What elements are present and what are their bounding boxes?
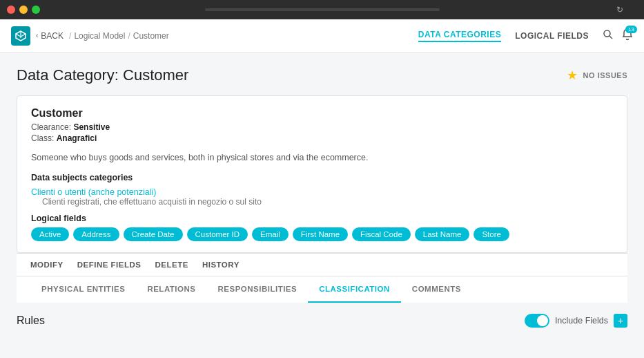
action-delete[interactable]: DELETE	[155, 261, 188, 269]
action-define-fields[interactable]: DEFINE FIELDS	[77, 261, 142, 269]
data-subject-link[interactable]: Clienti o utenti (anche potenziali)	[31, 187, 156, 197]
entity-card: Customer Clearance: Sensitive Class: Ana…	[17, 95, 627, 253]
page-title: Data Category: Customer	[17, 66, 188, 84]
clearance-value: Sensitive	[73, 122, 110, 132]
logical-field-tag[interactable]: Address	[73, 227, 119, 241]
entity-name: Customer	[31, 107, 613, 120]
action-bar: MODIFYDEFINE FIELDSDELETEHISTORY	[17, 253, 627, 276]
svg-point-0	[604, 30, 610, 37]
action-history[interactable]: HISTORY	[202, 261, 240, 269]
notification-icon[interactable]: 13	[622, 28, 633, 44]
clearance-row: Clearance: Sensitive	[31, 122, 613, 132]
breadcrumb-customer: Customer	[133, 31, 169, 41]
add-button[interactable]: +	[614, 314, 627, 328]
app-logo	[11, 26, 30, 46]
back-button[interactable]: ‹ BACK	[36, 31, 64, 41]
include-fields-row: Include Fields +	[525, 314, 627, 328]
favorite-star-icon[interactable]: ★	[567, 68, 578, 83]
navbar: ‹ BACK / Logical Model / Customer DATA C…	[0, 19, 644, 53]
class-row: Class: Anagrafici	[31, 133, 613, 143]
navbar-left: ‹ BACK / Logical Model / Customer	[11, 26, 169, 46]
close-btn[interactable]	[7, 6, 15, 14]
tab-relations[interactable]: RELATIONS	[136, 276, 206, 303]
minimize-btn[interactable]	[19, 6, 28, 14]
tags-row: ActiveAddressCreate DateCustomer IDEmail…	[31, 227, 613, 241]
nav-data-categories[interactable]: DATA CATEGORIES	[418, 30, 501, 42]
page-header-right: ★ NO ISSUES	[567, 68, 627, 83]
logical-field-tag[interactable]: Last Name	[415, 227, 470, 241]
logical-fields-section: Logical fields ActiveAddressCreate DateC…	[31, 214, 613, 241]
nav-icons: 13	[603, 28, 633, 44]
logical-field-tag[interactable]: Active	[31, 227, 69, 241]
breadcrumb-logical-model[interactable]: Logical Model	[74, 31, 125, 41]
logical-field-tag[interactable]: Create Date	[124, 227, 183, 241]
tab-classification[interactable]: CLASSIFICATION	[308, 276, 401, 303]
logical-field-tag[interactable]: Fiscal Code	[352, 227, 411, 241]
no-issues-badge: NO ISSUES	[583, 71, 627, 79]
action-modify[interactable]: MODIFY	[30, 261, 64, 269]
chevron-left-icon: ‹	[36, 32, 38, 39]
main-content: Data Category: Customer ★ NO ISSUES Cust…	[0, 53, 644, 339]
data-subject-desc: Clienti registrati, che effettuano acqui…	[42, 197, 613, 207]
search-icon[interactable]	[603, 29, 614, 43]
toggle-knob	[537, 315, 548, 326]
titlebar: ↻	[0, 0, 644, 19]
content-wrapper: Data Category: Customer ★ NO ISSUES Cust…	[0, 53, 644, 303]
refresh-icon[interactable]: ↻	[616, 5, 623, 15]
notification-count: 13	[625, 26, 637, 33]
class-value: Anagrafici	[57, 133, 97, 143]
logical-field-tag[interactable]: Customer ID	[187, 227, 248, 241]
logical-field-tag[interactable]: Email	[252, 227, 289, 241]
page-header: Data Category: Customer ★ NO ISSUES	[17, 66, 627, 84]
include-fields-label: Include Fields	[555, 316, 608, 326]
maximize-btn[interactable]	[32, 6, 40, 14]
include-fields-toggle[interactable]	[525, 314, 549, 328]
svg-line-1	[609, 36, 612, 39]
clearance-label: Clearance:	[31, 122, 71, 132]
url-bar[interactable]	[205, 8, 440, 11]
breadcrumb: / Logical Model / Customer	[69, 31, 169, 41]
tab-physical-entities[interactable]: PHYSICAL ENTITIES	[30, 276, 136, 303]
logical-field-tag[interactable]: First Name	[293, 227, 348, 241]
class-label: Class:	[31, 133, 54, 143]
rules-title: Rules	[17, 314, 45, 327]
navbar-right: DATA CATEGORIES LOGICAL FIELDS 13	[418, 28, 633, 44]
bottom-section: Rules Include Fields +	[0, 303, 644, 339]
data-subjects-title: Data subjects categories	[31, 173, 613, 182]
nav-logical-fields[interactable]: LOGICAL FIELDS	[515, 31, 589, 41]
tab-responsibilities[interactable]: RESPONSIBILITIES	[206, 276, 308, 303]
back-label: BACK	[41, 31, 64, 41]
bottom-tabs: PHYSICAL ENTITIESRELATIONSRESPONSIBILITI…	[17, 276, 627, 303]
tab-comments[interactable]: COMMENTS	[401, 276, 472, 303]
logical-fields-title: Logical fields	[31, 214, 613, 223]
logical-field-tag[interactable]: Store	[474, 227, 509, 241]
entity-description: Someone who buys goods and services, bot…	[31, 151, 613, 164]
